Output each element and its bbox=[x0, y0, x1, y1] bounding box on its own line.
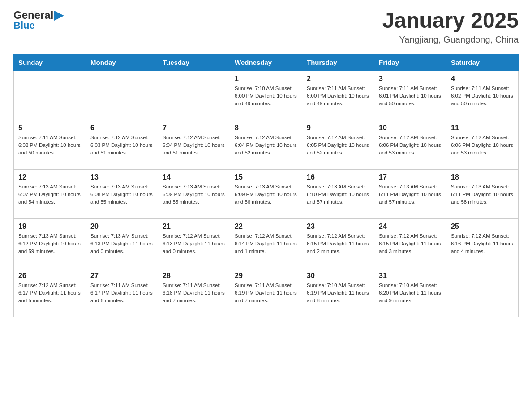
calendar-cell: 19Sunrise: 7:13 AM Sunset: 6:12 PM Dayli… bbox=[14, 218, 86, 268]
calendar-cell bbox=[158, 71, 230, 120]
calendar-cell: 4Sunrise: 7:11 AM Sunset: 6:02 PM Daylig… bbox=[446, 71, 519, 120]
day-number: 25 bbox=[451, 223, 514, 231]
calendar-cell: 6Sunrise: 7:12 AM Sunset: 6:03 PM Daylig… bbox=[86, 120, 158, 169]
day-info: Sunrise: 7:12 AM Sunset: 6:03 PM Dayligh… bbox=[90, 134, 153, 157]
calendar-cell: 11Sunrise: 7:12 AM Sunset: 6:06 PM Dayli… bbox=[446, 120, 519, 169]
day-header-sunday: Sunday bbox=[14, 54, 86, 71]
calendar-cell: 2Sunrise: 7:11 AM Sunset: 6:00 PM Daylig… bbox=[302, 71, 374, 120]
day-info: Sunrise: 7:11 AM Sunset: 6:02 PM Dayligh… bbox=[451, 85, 514, 108]
calendar-cell: 12Sunrise: 7:13 AM Sunset: 6:07 PM Dayli… bbox=[14, 169, 86, 218]
day-info: Sunrise: 7:11 AM Sunset: 6:00 PM Dayligh… bbox=[307, 85, 369, 108]
day-number: 10 bbox=[379, 124, 442, 132]
day-info: Sunrise: 7:12 AM Sunset: 6:15 PM Dayligh… bbox=[379, 232, 442, 256]
day-number: 16 bbox=[307, 173, 369, 181]
day-info: Sunrise: 7:13 AM Sunset: 6:08 PM Dayligh… bbox=[90, 183, 153, 206]
day-info: Sunrise: 7:12 AM Sunset: 6:04 PM Dayligh… bbox=[163, 134, 225, 157]
day-number: 27 bbox=[90, 272, 153, 280]
day-number: 14 bbox=[163, 173, 225, 181]
day-info: Sunrise: 7:12 AM Sunset: 6:17 PM Dayligh… bbox=[18, 282, 81, 305]
calendar-cell: 30Sunrise: 7:10 AM Sunset: 6:19 PM Dayli… bbox=[302, 268, 374, 317]
calendar-cell: 22Sunrise: 7:12 AM Sunset: 6:14 PM Dayli… bbox=[230, 218, 302, 268]
day-info: Sunrise: 7:11 AM Sunset: 6:17 PM Dayligh… bbox=[90, 282, 153, 305]
day-number: 19 bbox=[18, 223, 81, 231]
day-number: 22 bbox=[235, 223, 297, 231]
calendar-cell: 18Sunrise: 7:13 AM Sunset: 6:11 PM Dayli… bbox=[446, 169, 519, 218]
day-header-saturday: Saturday bbox=[446, 54, 519, 71]
calendar-body: 1Sunrise: 7:10 AM Sunset: 6:00 PM Daylig… bbox=[14, 71, 519, 317]
calendar-cell: 8Sunrise: 7:12 AM Sunset: 6:04 PM Daylig… bbox=[230, 120, 302, 169]
calendar-cell: 7Sunrise: 7:12 AM Sunset: 6:04 PM Daylig… bbox=[158, 120, 230, 169]
logo-arrow-icon bbox=[54, 11, 64, 21]
calendar-cell: 29Sunrise: 7:11 AM Sunset: 6:19 PM Dayli… bbox=[230, 268, 302, 317]
logo-row2: Blue bbox=[13, 20, 35, 31]
day-info: Sunrise: 7:13 AM Sunset: 6:13 PM Dayligh… bbox=[90, 232, 153, 256]
day-number: 15 bbox=[235, 173, 297, 181]
day-number: 13 bbox=[90, 173, 153, 181]
day-info: Sunrise: 7:13 AM Sunset: 6:09 PM Dayligh… bbox=[235, 183, 297, 206]
calendar-cell: 15Sunrise: 7:13 AM Sunset: 6:09 PM Dayli… bbox=[230, 169, 302, 218]
day-info: Sunrise: 7:12 AM Sunset: 6:06 PM Dayligh… bbox=[379, 134, 442, 157]
day-header-thursday: Thursday bbox=[302, 54, 374, 71]
day-info: Sunrise: 7:10 AM Sunset: 6:19 PM Dayligh… bbox=[307, 282, 369, 305]
svg-marker-0 bbox=[54, 11, 64, 21]
day-number: 24 bbox=[379, 223, 442, 231]
calendar-cell: 20Sunrise: 7:13 AM Sunset: 6:13 PM Dayli… bbox=[86, 218, 158, 268]
day-number: 18 bbox=[451, 173, 514, 181]
title-section: January 2025 Yangjiang, Guangdong, China bbox=[382, 9, 519, 45]
day-info: Sunrise: 7:12 AM Sunset: 6:16 PM Dayligh… bbox=[451, 232, 514, 256]
day-header-wednesday: Wednesday bbox=[230, 54, 302, 71]
day-number: 3 bbox=[379, 75, 442, 83]
day-number: 8 bbox=[235, 124, 297, 132]
calendar-cell: 5Sunrise: 7:11 AM Sunset: 6:02 PM Daylig… bbox=[14, 120, 86, 169]
day-info: Sunrise: 7:13 AM Sunset: 6:11 PM Dayligh… bbox=[451, 183, 514, 206]
day-info: Sunrise: 7:12 AM Sunset: 6:04 PM Dayligh… bbox=[235, 134, 297, 157]
calendar-cell: 31Sunrise: 7:10 AM Sunset: 6:20 PM Dayli… bbox=[374, 268, 446, 317]
calendar-cell: 3Sunrise: 7:11 AM Sunset: 6:01 PM Daylig… bbox=[374, 71, 446, 120]
day-info: Sunrise: 7:11 AM Sunset: 6:02 PM Dayligh… bbox=[18, 134, 81, 157]
day-info: Sunrise: 7:12 AM Sunset: 6:15 PM Dayligh… bbox=[307, 232, 369, 256]
day-number: 2 bbox=[307, 75, 369, 83]
day-info: Sunrise: 7:11 AM Sunset: 6:18 PM Dayligh… bbox=[163, 282, 225, 305]
page-header: General Blue January 2025 Yangjiang, Gua… bbox=[13, 9, 519, 45]
calendar-cell: 24Sunrise: 7:12 AM Sunset: 6:15 PM Dayli… bbox=[374, 218, 446, 268]
day-header-tuesday: Tuesday bbox=[158, 54, 230, 71]
day-number: 31 bbox=[379, 272, 442, 280]
day-number: 28 bbox=[163, 272, 225, 280]
day-number: 5 bbox=[18, 124, 81, 132]
day-number: 7 bbox=[163, 124, 225, 132]
day-info: Sunrise: 7:10 AM Sunset: 6:20 PM Dayligh… bbox=[379, 282, 442, 305]
calendar-cell: 26Sunrise: 7:12 AM Sunset: 6:17 PM Dayli… bbox=[14, 268, 86, 317]
day-headers-row: SundayMondayTuesdayWednesdayThursdayFrid… bbox=[14, 54, 519, 71]
day-number: 17 bbox=[379, 173, 442, 181]
day-header-monday: Monday bbox=[86, 54, 158, 71]
logo: General Blue bbox=[13, 9, 64, 31]
day-number: 6 bbox=[90, 124, 153, 132]
logo-blue-text: Blue bbox=[13, 20, 35, 31]
calendar-cell: 9Sunrise: 7:12 AM Sunset: 6:05 PM Daylig… bbox=[302, 120, 374, 169]
day-header-friday: Friday bbox=[374, 54, 446, 71]
calendar-cell: 23Sunrise: 7:12 AM Sunset: 6:15 PM Dayli… bbox=[302, 218, 374, 268]
calendar-cell: 14Sunrise: 7:13 AM Sunset: 6:09 PM Dayli… bbox=[158, 169, 230, 218]
day-info: Sunrise: 7:13 AM Sunset: 6:11 PM Dayligh… bbox=[379, 183, 442, 206]
day-info: Sunrise: 7:13 AM Sunset: 6:09 PM Dayligh… bbox=[163, 183, 225, 206]
day-info: Sunrise: 7:11 AM Sunset: 6:01 PM Dayligh… bbox=[379, 85, 442, 108]
calendar-week-2: 5Sunrise: 7:11 AM Sunset: 6:02 PM Daylig… bbox=[14, 120, 519, 169]
calendar-table: SundayMondayTuesdayWednesdayThursdayFrid… bbox=[13, 54, 519, 317]
day-number: 23 bbox=[307, 223, 369, 231]
calendar-cell bbox=[86, 71, 158, 120]
day-info: Sunrise: 7:13 AM Sunset: 6:10 PM Dayligh… bbox=[307, 183, 369, 206]
day-number: 9 bbox=[307, 124, 369, 132]
day-info: Sunrise: 7:11 AM Sunset: 6:19 PM Dayligh… bbox=[235, 282, 297, 305]
month-title: January 2025 bbox=[382, 9, 519, 33]
calendar-cell: 28Sunrise: 7:11 AM Sunset: 6:18 PM Dayli… bbox=[158, 268, 230, 317]
day-info: Sunrise: 7:13 AM Sunset: 6:12 PM Dayligh… bbox=[18, 232, 81, 256]
calendar-header: SundayMondayTuesdayWednesdayThursdayFrid… bbox=[14, 54, 519, 71]
location: Yangjiang, Guangdong, China bbox=[382, 34, 519, 45]
day-number: 21 bbox=[163, 223, 225, 231]
calendar-cell: 13Sunrise: 7:13 AM Sunset: 6:08 PM Dayli… bbox=[86, 169, 158, 218]
day-number: 26 bbox=[18, 272, 81, 280]
day-number: 20 bbox=[90, 223, 153, 231]
calendar-cell: 27Sunrise: 7:11 AM Sunset: 6:17 PM Dayli… bbox=[86, 268, 158, 317]
calendar-week-1: 1Sunrise: 7:10 AM Sunset: 6:00 PM Daylig… bbox=[14, 71, 519, 120]
calendar-cell: 10Sunrise: 7:12 AM Sunset: 6:06 PM Dayli… bbox=[374, 120, 446, 169]
